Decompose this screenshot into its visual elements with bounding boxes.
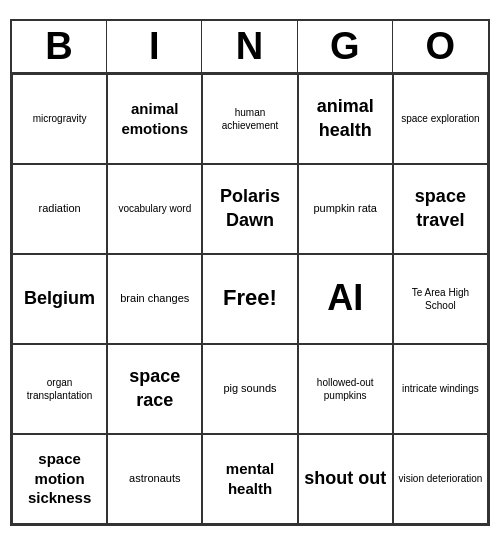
bingo-cell-18: hollowed-out pumpkins (298, 344, 393, 434)
bingo-cell-15: organ transplantation (12, 344, 107, 434)
bingo-cell-11: brain changes (107, 254, 202, 344)
bingo-cell-8: pumpkin rata (298, 164, 393, 254)
bingo-cell-2: human achievement (202, 74, 297, 164)
bingo-cell-24: vision deterioration (393, 434, 488, 524)
bingo-cell-20: space motion sickness (12, 434, 107, 524)
bingo-cell-12: Free! (202, 254, 297, 344)
bingo-header: BINGO (12, 21, 488, 74)
bingo-cell-16: space race (107, 344, 202, 434)
bingo-cell-10: Belgium (12, 254, 107, 344)
bingo-card: BINGO microgravityanimal emotionshuman a… (10, 19, 490, 526)
bingo-letter-i: I (107, 21, 202, 72)
bingo-letter-g: G (298, 21, 393, 72)
bingo-cell-6: vocabulary word (107, 164, 202, 254)
bingo-cell-14: Te Area High School (393, 254, 488, 344)
bingo-cell-3: animal health (298, 74, 393, 164)
bingo-grid: microgravityanimal emotionshuman achieve… (12, 74, 488, 524)
bingo-cell-0: microgravity (12, 74, 107, 164)
bingo-letter-o: O (393, 21, 488, 72)
bingo-cell-22: mental health (202, 434, 297, 524)
bingo-cell-19: intricate windings (393, 344, 488, 434)
bingo-letter-b: B (12, 21, 107, 72)
bingo-cell-7: Polaris Dawn (202, 164, 297, 254)
bingo-cell-23: shout out (298, 434, 393, 524)
bingo-cell-21: astronauts (107, 434, 202, 524)
bingo-cell-9: space travel (393, 164, 488, 254)
bingo-cell-5: radiation (12, 164, 107, 254)
bingo-cell-1: animal emotions (107, 74, 202, 164)
bingo-letter-n: N (202, 21, 297, 72)
bingo-cell-17: pig sounds (202, 344, 297, 434)
bingo-cell-13: AI (298, 254, 393, 344)
bingo-cell-4: space exploration (393, 74, 488, 164)
